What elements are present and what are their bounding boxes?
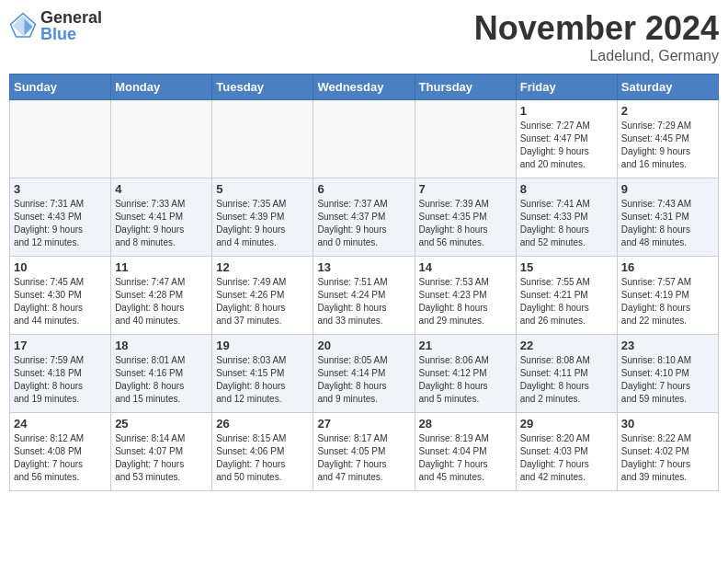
calendar-cell: 20Sunrise: 8:05 AM Sunset: 4:14 PM Dayli… xyxy=(313,335,415,413)
calendar-header-row: SundayMondayTuesdayWednesdayThursdayFrid… xyxy=(10,75,719,100)
day-number: 14 xyxy=(419,260,512,274)
calendar-cell: 3Sunrise: 7:31 AM Sunset: 4:43 PM Daylig… xyxy=(10,178,111,257)
location-subtitle: Ladelund, Germany xyxy=(474,48,719,64)
day-number: 4 xyxy=(115,182,208,196)
calendar-week-row: 1Sunrise: 7:27 AM Sunset: 4:47 PM Daylig… xyxy=(10,100,719,178)
day-number: 26 xyxy=(216,417,309,431)
day-number: 10 xyxy=(14,260,107,274)
calendar-cell xyxy=(111,100,212,178)
calendar-cell: 13Sunrise: 7:51 AM Sunset: 4:24 PM Dayli… xyxy=(313,257,415,335)
calendar-cell xyxy=(313,100,415,178)
calendar-cell: 30Sunrise: 8:22 AM Sunset: 4:02 PM Dayli… xyxy=(617,413,718,491)
calendar-cell: 15Sunrise: 7:55 AM Sunset: 4:21 PM Dayli… xyxy=(516,257,617,335)
day-number: 5 xyxy=(216,182,309,196)
calendar-week-row: 3Sunrise: 7:31 AM Sunset: 4:43 PM Daylig… xyxy=(10,178,719,257)
calendar-cell: 6Sunrise: 7:37 AM Sunset: 4:37 PM Daylig… xyxy=(313,178,415,257)
page-header: General Blue November 2024 Ladelund, Ger… xyxy=(9,9,719,64)
day-number: 11 xyxy=(115,260,208,274)
calendar-cell: 22Sunrise: 8:08 AM Sunset: 4:11 PM Dayli… xyxy=(516,335,617,413)
calendar-cell: 2Sunrise: 7:29 AM Sunset: 4:45 PM Daylig… xyxy=(617,100,718,178)
calendar-cell: 25Sunrise: 8:14 AM Sunset: 4:07 PM Dayli… xyxy=(111,413,212,491)
day-number: 24 xyxy=(14,417,107,431)
day-info: Sunrise: 7:53 AM Sunset: 4:23 PM Dayligh… xyxy=(419,276,512,327)
day-info: Sunrise: 7:27 AM Sunset: 4:47 PM Dayligh… xyxy=(520,120,613,171)
calendar-cell: 12Sunrise: 7:49 AM Sunset: 4:26 PM Dayli… xyxy=(212,257,313,335)
day-info: Sunrise: 8:03 AM Sunset: 4:15 PM Dayligh… xyxy=(216,354,309,406)
day-info: Sunrise: 7:29 AM Sunset: 4:45 PM Dayligh… xyxy=(621,120,714,171)
calendar-cell: 19Sunrise: 8:03 AM Sunset: 4:15 PM Dayli… xyxy=(212,335,313,413)
day-info: Sunrise: 8:08 AM Sunset: 4:11 PM Dayligh… xyxy=(520,354,613,406)
calendar-cell: 24Sunrise: 8:12 AM Sunset: 4:08 PM Dayli… xyxy=(10,413,111,491)
weekday-header-sunday: Sunday xyxy=(10,75,111,100)
day-info: Sunrise: 7:43 AM Sunset: 4:31 PM Dayligh… xyxy=(621,198,714,249)
day-info: Sunrise: 8:05 AM Sunset: 4:14 PM Dayligh… xyxy=(317,354,410,406)
day-number: 17 xyxy=(14,339,107,352)
day-number: 13 xyxy=(317,260,410,274)
calendar-cell: 8Sunrise: 7:41 AM Sunset: 4:33 PM Daylig… xyxy=(516,178,617,257)
day-info: Sunrise: 7:55 AM Sunset: 4:21 PM Dayligh… xyxy=(520,276,613,327)
calendar-cell xyxy=(415,100,516,178)
weekday-header-friday: Friday xyxy=(516,75,617,100)
weekday-header-monday: Monday xyxy=(111,75,212,100)
weekday-header-saturday: Saturday xyxy=(617,75,718,100)
calendar-cell xyxy=(212,100,313,178)
calendar-week-row: 24Sunrise: 8:12 AM Sunset: 4:08 PM Dayli… xyxy=(10,413,719,491)
day-info: Sunrise: 7:35 AM Sunset: 4:39 PM Dayligh… xyxy=(216,198,309,249)
calendar-cell: 14Sunrise: 7:53 AM Sunset: 4:23 PM Dayli… xyxy=(415,257,516,335)
day-info: Sunrise: 8:19 AM Sunset: 4:04 PM Dayligh… xyxy=(419,432,512,484)
day-info: Sunrise: 8:22 AM Sunset: 4:02 PM Dayligh… xyxy=(621,432,714,484)
day-number: 15 xyxy=(520,260,613,274)
day-info: Sunrise: 8:10 AM Sunset: 4:10 PM Dayligh… xyxy=(621,354,714,406)
calendar-cell: 28Sunrise: 8:19 AM Sunset: 4:04 PM Dayli… xyxy=(415,413,516,491)
calendar-cell: 1Sunrise: 7:27 AM Sunset: 4:47 PM Daylig… xyxy=(516,100,617,178)
calendar-cell: 10Sunrise: 7:45 AM Sunset: 4:30 PM Dayli… xyxy=(10,257,111,335)
logo-text: General Blue xyxy=(40,9,102,42)
day-number: 7 xyxy=(419,182,512,196)
day-info: Sunrise: 7:41 AM Sunset: 4:33 PM Dayligh… xyxy=(520,198,613,249)
day-number: 25 xyxy=(115,417,208,431)
calendar-cell: 21Sunrise: 8:06 AM Sunset: 4:12 PM Dayli… xyxy=(415,335,516,413)
calendar-cell: 7Sunrise: 7:39 AM Sunset: 4:35 PM Daylig… xyxy=(415,178,516,257)
logo-blue-text: Blue xyxy=(40,26,102,42)
day-number: 19 xyxy=(216,339,309,352)
calendar-cell: 4Sunrise: 7:33 AM Sunset: 4:41 PM Daylig… xyxy=(111,178,212,257)
day-info: Sunrise: 7:49 AM Sunset: 4:26 PM Dayligh… xyxy=(216,276,309,327)
day-number: 2 xyxy=(621,104,714,118)
calendar-cell: 5Sunrise: 7:35 AM Sunset: 4:39 PM Daylig… xyxy=(212,178,313,257)
day-info: Sunrise: 7:45 AM Sunset: 4:30 PM Dayligh… xyxy=(14,276,107,327)
day-number: 21 xyxy=(419,339,512,352)
day-info: Sunrise: 7:31 AM Sunset: 4:43 PM Dayligh… xyxy=(14,198,107,249)
calendar-cell: 17Sunrise: 7:59 AM Sunset: 4:18 PM Dayli… xyxy=(10,335,111,413)
logo-general-text: General xyxy=(40,9,102,26)
calendar-cell xyxy=(10,100,111,178)
calendar-cell: 18Sunrise: 8:01 AM Sunset: 4:16 PM Dayli… xyxy=(111,335,212,413)
day-number: 27 xyxy=(317,417,410,431)
day-number: 3 xyxy=(14,182,107,196)
calendar-cell: 9Sunrise: 7:43 AM Sunset: 4:31 PM Daylig… xyxy=(617,178,718,257)
weekday-header-tuesday: Tuesday xyxy=(212,75,313,100)
calendar-cell: 23Sunrise: 8:10 AM Sunset: 4:10 PM Dayli… xyxy=(617,335,718,413)
calendar-week-row: 17Sunrise: 7:59 AM Sunset: 4:18 PM Dayli… xyxy=(10,335,719,413)
day-number: 30 xyxy=(621,417,714,431)
day-number: 6 xyxy=(317,182,410,196)
calendar-cell: 11Sunrise: 7:47 AM Sunset: 4:28 PM Dayli… xyxy=(111,257,212,335)
day-number: 23 xyxy=(621,339,714,352)
day-number: 1 xyxy=(520,104,613,118)
day-number: 20 xyxy=(317,339,410,352)
day-info: Sunrise: 8:20 AM Sunset: 4:03 PM Dayligh… xyxy=(520,432,613,484)
day-number: 16 xyxy=(621,260,714,274)
day-info: Sunrise: 8:06 AM Sunset: 4:12 PM Dayligh… xyxy=(419,354,512,406)
title-area: November 2024 Ladelund, Germany xyxy=(474,9,719,64)
calendar-week-row: 10Sunrise: 7:45 AM Sunset: 4:30 PM Dayli… xyxy=(10,257,719,335)
day-number: 22 xyxy=(520,339,613,352)
day-info: Sunrise: 7:51 AM Sunset: 4:24 PM Dayligh… xyxy=(317,276,410,327)
calendar-table: SundayMondayTuesdayWednesdayThursdayFrid… xyxy=(9,74,719,491)
day-info: Sunrise: 7:57 AM Sunset: 4:19 PM Dayligh… xyxy=(621,276,714,327)
day-number: 9 xyxy=(621,182,714,196)
logo: General Blue xyxy=(9,9,102,42)
day-info: Sunrise: 7:39 AM Sunset: 4:35 PM Dayligh… xyxy=(419,198,512,249)
day-number: 28 xyxy=(419,417,512,431)
logo-icon xyxy=(9,12,37,40)
month-title: November 2024 xyxy=(474,9,719,48)
day-info: Sunrise: 8:14 AM Sunset: 4:07 PM Dayligh… xyxy=(115,432,208,484)
